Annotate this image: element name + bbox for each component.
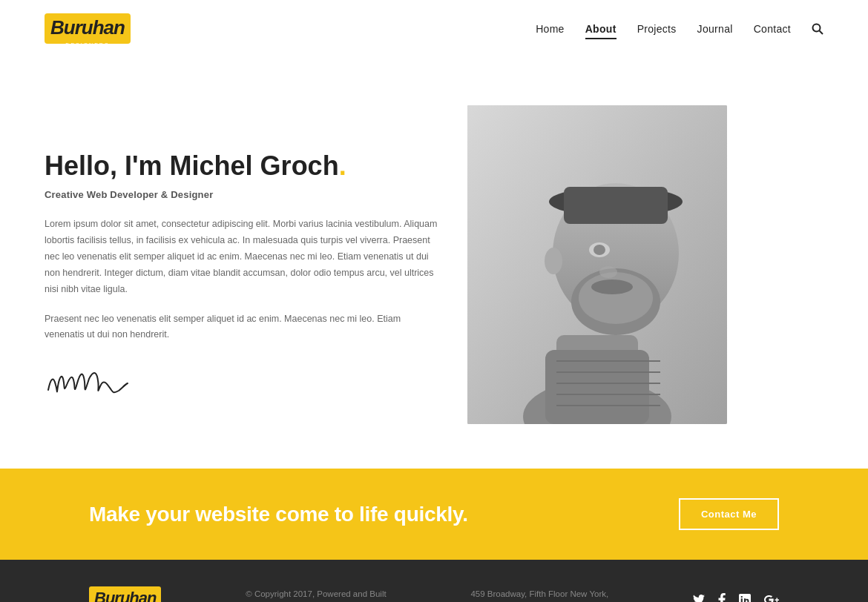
logo-text: Buruhan bbox=[50, 16, 125, 39]
svg-point-11 bbox=[591, 280, 633, 294]
person-photo bbox=[467, 105, 727, 424]
site-footer: Buruhan DESIGNERS © Copyright 2017, Powe… bbox=[0, 560, 868, 602]
footer-social bbox=[693, 593, 779, 603]
nav-journal[interactable]: Journal bbox=[697, 23, 733, 38]
linkedin-icon[interactable] bbox=[739, 594, 751, 603]
svg-point-15 bbox=[545, 248, 562, 274]
svg-rect-8 bbox=[564, 187, 668, 224]
nav-projects[interactable]: Projects bbox=[637, 23, 677, 38]
hero-title: Hello, I'm Michel Groch. bbox=[45, 150, 438, 182]
main-section: Hello, I'm Michel Groch. Creative Web De… bbox=[0, 61, 868, 469]
footer-logo-text: Buruhan bbox=[94, 589, 156, 602]
twitter-icon[interactable] bbox=[693, 595, 705, 603]
search-icon[interactable] bbox=[812, 23, 823, 38]
bio-paragraph-1: Lorem ipsum dolor sit amet, consectetur … bbox=[45, 216, 438, 297]
hero-subtitle: Creative Web Developer & Designer bbox=[45, 189, 438, 200]
title-dot: . bbox=[339, 150, 346, 181]
footer-address-line1: 459 Broadway, Fifth Floor New York, bbox=[470, 587, 608, 601]
bio-paragraph-2: Praesent nec leo venenatis elit semper a… bbox=[45, 311, 438, 344]
site-header: Buruhan DESIGNERS Home About Projects Jo… bbox=[0, 0, 868, 61]
svg-point-0 bbox=[813, 24, 821, 32]
nav-about[interactable]: About bbox=[585, 23, 617, 38]
signature bbox=[45, 364, 438, 409]
svg-point-14 bbox=[599, 266, 617, 278]
footer-address: 459 Broadway, Fifth Floor New York, NY 1… bbox=[470, 587, 608, 602]
hello-prefix: Hello, I'm bbox=[45, 150, 170, 181]
logo[interactable]: Buruhan DESIGNERS bbox=[45, 13, 131, 47]
svg-line-1 bbox=[820, 31, 823, 35]
hero-name: Michel Groch bbox=[170, 150, 339, 181]
svg-point-13 bbox=[594, 245, 605, 255]
main-nav: Home About Projects Journal Contact bbox=[536, 23, 823, 38]
about-photo bbox=[467, 105, 727, 424]
nav-contact[interactable]: Contact bbox=[754, 23, 791, 38]
cta-text: Make your website come to life quickly. bbox=[89, 503, 468, 526]
googleplus-icon[interactable] bbox=[764, 595, 779, 603]
facebook-icon[interactable] bbox=[718, 593, 726, 603]
cta-banner: Make your website come to life quickly. … bbox=[0, 469, 868, 560]
nav-home[interactable]: Home bbox=[536, 23, 565, 38]
footer-copyright: © Copyright 2017, Powered and Built by T… bbox=[246, 587, 386, 602]
footer-logo[interactable]: Buruhan DESIGNERS bbox=[89, 586, 161, 602]
about-text-block: Hello, I'm Michel Groch. Creative Web De… bbox=[45, 105, 467, 424]
contact-me-button[interactable]: Contact Me bbox=[679, 498, 779, 530]
footer-copy-line1: © Copyright 2017, Powered and Built bbox=[246, 587, 386, 601]
